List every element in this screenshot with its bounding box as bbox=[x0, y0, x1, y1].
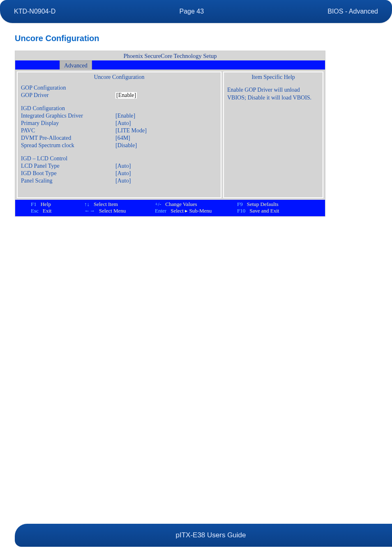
header-left: KTD-N0904-D bbox=[14, 8, 55, 15]
setting-label: Spread Spectrum clock bbox=[21, 142, 114, 149]
setting-row[interactable]: DVMT Pre-Allocated [64M] bbox=[21, 135, 217, 141]
page-footer: pITX-E38 Users Guide bbox=[15, 524, 392, 547]
setting-label: Primary Display bbox=[21, 120, 114, 127]
footer-text: pITX-E38 Users Guide bbox=[175, 531, 246, 539]
setting-label: PAVC bbox=[21, 127, 114, 134]
group-lcd-heading: IGD – LCD Control bbox=[21, 155, 217, 162]
setting-value: [Auto] bbox=[115, 178, 131, 184]
key-updown: ↑↓ bbox=[84, 201, 90, 208]
setting-label: GOP Driver bbox=[21, 92, 114, 99]
bios-help-text: Enable GOP Driver will unload VBIOS; Dis… bbox=[227, 86, 319, 102]
bios-left-header: Uncore Configuration bbox=[21, 74, 217, 81]
setting-row[interactable]: Primary Display [Auto] bbox=[21, 120, 217, 127]
page-header: KTD-N0904-D Page 43 BIOS - Advanced bbox=[0, 0, 392, 23]
bios-tabs: Advanced bbox=[15, 60, 325, 69]
key-action: Select Item bbox=[94, 201, 118, 208]
bios-right-header: Item Specific Help bbox=[227, 74, 319, 81]
setting-value: [Auto] bbox=[115, 163, 131, 169]
setting-row[interactable]: LCD Panel Type [Auto] bbox=[21, 163, 217, 169]
key-action: Select Menu bbox=[99, 208, 126, 214]
setting-row[interactable]: PAVC [LITE Mode] bbox=[21, 127, 217, 134]
setting-row[interactable]: Spread Spectrum clock [Disable] bbox=[21, 142, 217, 149]
setting-row[interactable]: Panel Scaling [Auto] bbox=[21, 178, 217, 184]
setting-label: Integrated Graphics Driver bbox=[21, 113, 114, 119]
key-f9: F9 bbox=[237, 201, 243, 208]
setting-value: [Enable] bbox=[115, 113, 135, 119]
setting-row[interactable]: GOP Driver [Enable] bbox=[21, 92, 217, 99]
key-line: F1Help ↑↓Select Item +/-Change Values F9… bbox=[15, 201, 325, 208]
bios-panel: Phoenix SecureCore Technology Setup Adva… bbox=[15, 51, 325, 217]
bios-help-pane: Item Specific Help Enable GOP Driver wil… bbox=[223, 72, 323, 198]
key-action: Select ▸ Sub-Menu bbox=[171, 208, 212, 214]
setting-value: [Disable] bbox=[115, 142, 137, 149]
header-center: Page 43 bbox=[180, 8, 204, 15]
key-action: Save and Exit bbox=[249, 208, 279, 214]
key-f1: F1 bbox=[31, 201, 37, 208]
key-action: Change Values bbox=[165, 201, 197, 208]
bios-settings-pane: Uncore Configuration GOP Configuration G… bbox=[17, 72, 221, 198]
setting-label: Panel Scaling bbox=[21, 178, 114, 184]
setting-row[interactable]: IGD Boot Type [Auto] bbox=[21, 170, 217, 177]
header-right: BIOS - Advanced bbox=[327, 8, 378, 15]
key-enter: Enter bbox=[155, 208, 166, 214]
bios-body: Uncore Configuration GOP Configuration G… bbox=[15, 69, 325, 200]
setting-label: DVMT Pre-Allocated bbox=[21, 135, 114, 141]
setting-label: IGD Boot Type bbox=[21, 170, 114, 177]
key-esc: Esc bbox=[31, 208, 39, 214]
key-action: Exit bbox=[43, 208, 52, 214]
key-leftright: ←→ bbox=[84, 208, 95, 214]
bios-key-help: F1Help ↑↓Select Item +/-Change Values F9… bbox=[15, 200, 325, 216]
section-title: Uncore Configuration bbox=[15, 34, 377, 43]
setting-value: [LITE Mode] bbox=[115, 127, 147, 134]
setting-value: [64M] bbox=[115, 135, 130, 141]
group-igd-heading: IGD Configuration bbox=[21, 105, 217, 112]
setting-value: [Auto] bbox=[115, 120, 131, 127]
tab-advanced[interactable]: Advanced bbox=[60, 60, 92, 69]
key-action: Setup Defaults bbox=[247, 201, 279, 208]
setting-row[interactable]: Integrated Graphics Driver [Enable] bbox=[21, 113, 217, 119]
setting-label: LCD Panel Type bbox=[21, 163, 114, 169]
key-plusminus: +/- bbox=[155, 201, 161, 208]
key-line: EscExit ←→Select Menu EnterSelect ▸ Sub-… bbox=[15, 208, 325, 214]
setting-value: [Auto] bbox=[115, 170, 131, 177]
group-gop-heading: GOP Configuration bbox=[21, 85, 217, 91]
setting-value: [Enable] bbox=[115, 92, 137, 99]
bios-title: Phoenix SecureCore Technology Setup bbox=[15, 51, 325, 60]
key-action: Help bbox=[41, 201, 51, 208]
key-f10: F10 bbox=[237, 208, 245, 214]
